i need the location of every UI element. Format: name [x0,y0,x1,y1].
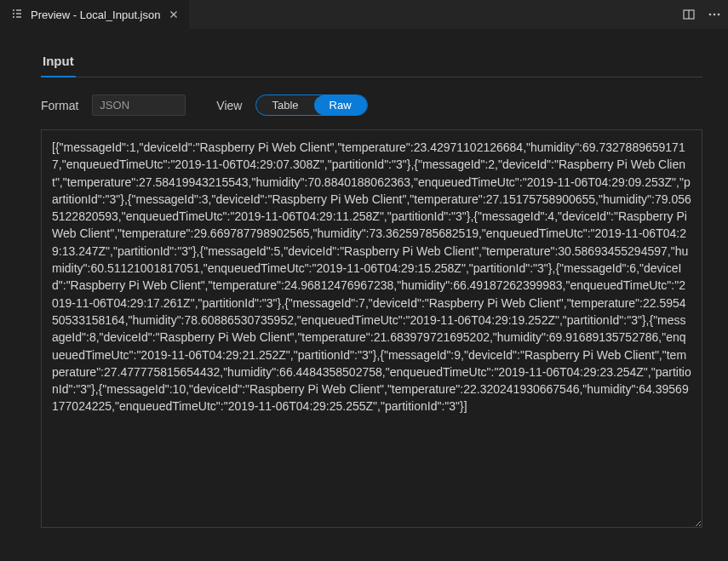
tab-preview-local-input[interactable]: Preview - Local_Input.json [0,0,190,29]
controls-row: Format View Table Raw [41,94,702,116]
view-group: View Table Raw [216,94,367,116]
more-actions-icon[interactable] [708,8,721,21]
svg-point-10 [709,14,712,16]
close-icon[interactable] [167,8,181,21]
section-tab-input[interactable]: Input [41,47,76,77]
section-tabs: Input [41,47,702,77]
format-group: Format [41,94,186,116]
format-field[interactable] [92,94,186,116]
view-label: View [216,99,242,112]
format-label: Format [41,99,78,112]
editor-tabs: Preview - Local_Input.json [0,0,728,30]
split-editor-icon[interactable] [682,8,696,21]
svg-point-12 [718,14,720,16]
tab-title: Preview - Local_Input.json [31,9,160,21]
preview-pane: Input Format View Table Raw [{"messageId… [0,30,728,545]
raw-json-viewer[interactable]: [{"messageId":1,"deviceId":"Raspberry Pi… [41,129,702,528]
list-icon [10,7,24,23]
view-option-raw[interactable]: Raw [314,95,367,115]
editor-actions [675,0,728,29]
view-toggle: Table Raw [255,94,367,116]
svg-point-11 [714,14,716,16]
view-option-table[interactable]: Table [256,95,313,115]
